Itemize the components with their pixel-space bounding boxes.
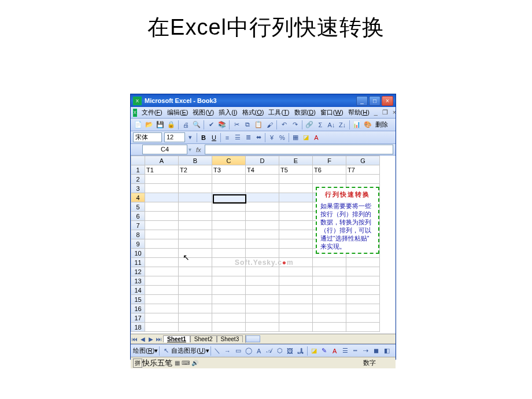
rectangle-icon[interactable]: ▭ <box>233 346 243 356</box>
cell-E17[interactable] <box>279 313 313 323</box>
merge-center-icon[interactable]: ⬌ <box>253 132 264 143</box>
cell-D5[interactable] <box>246 202 279 212</box>
doc-restore-button[interactable]: ❐ <box>381 109 389 117</box>
cell-B5[interactable] <box>179 202 212 212</box>
cell-C17[interactable] <box>212 313 246 323</box>
doc-close-button[interactable]: × <box>390 109 398 117</box>
cell-A12[interactable] <box>145 267 179 276</box>
cell-E14[interactable] <box>279 286 313 295</box>
cell-C8[interactable] <box>212 230 246 239</box>
row-header-1[interactable]: 1 <box>131 165 145 175</box>
sort-desc-icon[interactable]: Z↓ <box>337 120 348 130</box>
dash-style-icon[interactable]: ┅ <box>350 346 361 356</box>
row-header-15[interactable]: 15 <box>131 295 145 304</box>
sheet-tab-2[interactable]: Sheet2 <box>190 335 217 342</box>
row-header-9[interactable]: 9 <box>131 239 145 249</box>
autoshapes-menu[interactable]: 自选图形(U)▾ <box>171 346 209 355</box>
menu-format[interactable]: 格式(O) <box>240 108 267 117</box>
cell-E1[interactable]: T5 <box>279 165 313 175</box>
cell-D17[interactable] <box>246 313 279 323</box>
cell-G15[interactable] <box>346 295 380 304</box>
format-painter-icon[interactable]: 🖌 <box>264 120 275 130</box>
cell-E6[interactable] <box>279 212 313 221</box>
cell-B16[interactable] <box>179 304 212 313</box>
cell-C7[interactable] <box>212 221 246 230</box>
cell-C9[interactable] <box>212 239 246 249</box>
cell-C5[interactable] <box>212 202 246 212</box>
fx-icon[interactable]: fx <box>196 146 201 153</box>
cell-G14[interactable] <box>346 286 380 295</box>
cell-E4[interactable] <box>279 193 313 202</box>
threeD-icon[interactable]: ◧ <box>382 346 392 356</box>
menu-help[interactable]: 帮助(H) <box>346 108 372 117</box>
undo-icon[interactable]: ↶ <box>279 120 289 130</box>
cell-F1[interactable]: T6 <box>313 165 346 175</box>
delete-button[interactable]: 删除 <box>374 120 390 129</box>
cell-C16[interactable] <box>212 304 246 313</box>
cell-G17[interactable] <box>346 313 380 323</box>
currency-icon[interactable]: ¥ <box>267 132 277 143</box>
doc-minimize-button[interactable]: _ <box>372 109 380 117</box>
cell-G1[interactable]: T7 <box>346 165 380 175</box>
cell-G13[interactable] <box>346 276 380 286</box>
oval-icon[interactable]: ◯ <box>243 346 254 356</box>
cell-D12[interactable] <box>246 267 279 276</box>
cell-E13[interactable] <box>279 276 313 286</box>
name-box[interactable]: C4 <box>142 145 187 154</box>
save-icon[interactable]: 💾 <box>155 120 165 130</box>
cell-B6[interactable] <box>179 212 212 221</box>
font-color-draw-icon[interactable]: A <box>330 346 340 356</box>
cell-F16[interactable] <box>313 304 346 313</box>
cell-E15[interactable] <box>279 295 313 304</box>
arrow-style-icon[interactable]: ⇢ <box>361 346 371 356</box>
cell-E5[interactable] <box>279 202 313 212</box>
cell-A18[interactable] <box>145 323 179 332</box>
menu-tools[interactable]: 工具(T) <box>266 108 291 117</box>
doc-icon[interactable]: X <box>133 109 137 117</box>
draw-menu[interactable]: 绘图(R)▾ <box>133 346 158 355</box>
cell-A11[interactable] <box>145 258 179 267</box>
align-left-icon[interactable]: ≡ <box>222 132 232 143</box>
menu-insert[interactable]: 插入(I) <box>216 108 239 117</box>
cell-A17[interactable] <box>145 313 179 323</box>
cell-B12[interactable] <box>179 267 212 276</box>
cell-B13[interactable] <box>179 276 212 286</box>
select-all-corner[interactable] <box>131 156 145 165</box>
cell-F17[interactable] <box>313 313 346 323</box>
row-header-3[interactable]: 3 <box>131 184 145 193</box>
row-header-10[interactable]: 10 <box>131 249 145 258</box>
menu-window[interactable]: 窗口(W) <box>318 108 346 117</box>
row-header-4[interactable]: 4 <box>131 193 145 202</box>
cell-G18[interactable] <box>346 323 380 332</box>
row-header-18[interactable]: 18 <box>131 323 145 332</box>
permission-icon[interactable]: 🔒 <box>166 120 176 130</box>
minimize-button[interactable]: _ <box>356 96 368 106</box>
cell-C13[interactable] <box>212 276 246 286</box>
scroll-thumb[interactable] <box>246 335 260 342</box>
row-header-13[interactable]: 13 <box>131 276 145 286</box>
row-header-2[interactable]: 2 <box>131 175 145 184</box>
cell-D15[interactable] <box>246 295 279 304</box>
cell-F18[interactable] <box>313 323 346 332</box>
font-name-select[interactable]: 宋体 <box>133 132 162 142</box>
cell-A8[interactable] <box>145 230 179 239</box>
cell-F14[interactable] <box>313 286 346 295</box>
align-center-icon[interactable]: ☰ <box>232 132 243 143</box>
cell-A15[interactable] <box>145 295 179 304</box>
fill-color-draw-icon[interactable]: ◪ <box>309 346 319 356</box>
cell-F12[interactable] <box>313 267 346 276</box>
sheet-tab-3[interactable]: Sheet3 <box>217 335 243 342</box>
font-size-select[interactable]: 12 <box>164 132 185 142</box>
align-right-icon[interactable]: ≣ <box>243 132 253 143</box>
col-header-G[interactable]: G <box>346 156 380 165</box>
row-header-6[interactable]: 6 <box>131 212 145 221</box>
cell-D8[interactable] <box>246 230 279 239</box>
font-color-icon[interactable]: A <box>311 132 322 143</box>
cell-E2[interactable] <box>279 175 313 184</box>
cell-D6[interactable] <box>246 212 279 221</box>
borders-icon[interactable]: ▦ <box>290 132 301 143</box>
row-header-17[interactable]: 17 <box>131 313 145 323</box>
cell-A16[interactable] <box>145 304 179 313</box>
shadow-icon[interactable]: ◼ <box>371 346 382 356</box>
cell-E18[interactable] <box>279 323 313 332</box>
